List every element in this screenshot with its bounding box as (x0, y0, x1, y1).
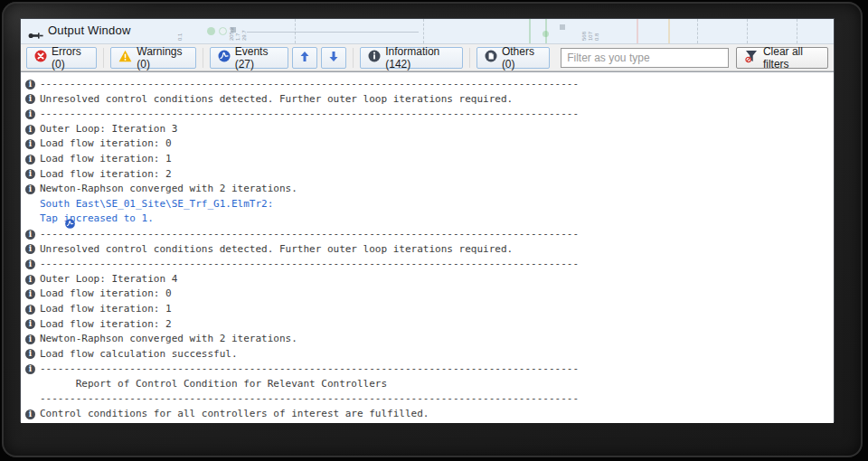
arrow-down-icon (328, 51, 339, 65)
log-line[interactable]: ----------------------------------------… (24, 107, 830, 122)
diagram-label: 0.1 (177, 33, 183, 41)
log-text: Newton-Raphson converged with 2 iteratio… (40, 332, 297, 347)
icon-spacer (25, 380, 35, 390)
info-icon (25, 259, 35, 269)
log-line[interactable]: ----------------------------------------… (24, 257, 830, 272)
log-line[interactable]: ----------------------------------------… (24, 362, 830, 377)
warnings-filter-label: Warnings (0) (137, 45, 188, 71)
log-text: Unresolved control conditions detected. … (40, 92, 513, 108)
diagram-label: 568 (581, 32, 587, 41)
diagram-line (637, 19, 638, 43)
log-text: ----------------------------------------… (40, 362, 579, 377)
info-icon (25, 184, 35, 194)
diagram-line (247, 32, 419, 33)
log-line[interactable]: Outer Loop: Iteration 4 (24, 272, 830, 287)
errors-filter-button[interactable]: Errors (0) (26, 47, 97, 69)
log-line[interactable]: Load flow calculation successful. (24, 347, 830, 362)
info-icon (25, 275, 35, 285)
info-icon (25, 289, 35, 299)
info-icon (25, 244, 35, 254)
clear-all-filters-button[interactable]: Clear all filters (736, 47, 828, 69)
log-line[interactable]: ----------------------------------------… (24, 227, 830, 242)
events-filter-button[interactable]: Events (27) (210, 47, 289, 69)
errors-filter-label: Errors (0) (52, 45, 89, 71)
log-text: ----------------------------------------… (40, 77, 579, 92)
log-line-event[interactable]: South East\SE_01_Site\SE_Trf_G1.ElmTr2: (24, 197, 830, 212)
diagram-line (668, 19, 670, 43)
log-line[interactable]: Newton-Raphson converged with 2 iteratio… (24, 182, 830, 197)
screenshot-background: 0.1 205.2 1.7 29.7 568 107 0.8 (0, 0, 868, 461)
titlebar[interactable]: 0.1 205.2 1.7 29.7 568 107 0.8 (21, 19, 834, 44)
toolbar-separator (203, 48, 203, 68)
log-text: South East\SE_01_Site\SE_Trf_G1.ElmTr2: (40, 197, 273, 212)
log-line[interactable]: Outer Loop: Iteration 3 (24, 122, 830, 137)
warnings-filter-button[interactable]: Warnings (0) (110, 47, 196, 69)
log-line[interactable]: Report of Control Condition for Relevant… (24, 377, 830, 392)
log-line[interactable]: ----------------------------------------… (24, 77, 830, 92)
log-text: Load flow iteration: 0 (40, 136, 172, 152)
diagram-dashed-line (797, 19, 797, 43)
log-line[interactable]: Load flow iteration: 1 (24, 152, 830, 167)
error-icon (34, 50, 47, 65)
log-line[interactable]: Unresolved control conditions detected. … (24, 92, 830, 108)
events-filter-label: Events (27) (235, 45, 281, 71)
log-text: Load flow iteration: 2 (40, 167, 172, 183)
info-icon (25, 305, 35, 315)
pin-icon[interactable] (28, 27, 43, 43)
information-filter-label: Information (142) (385, 45, 455, 71)
log-line[interactable]: Unresolved control conditions detected. … (24, 242, 830, 258)
diagram-node-icon (207, 27, 215, 35)
info-icon (25, 125, 35, 135)
info-icon (25, 169, 35, 179)
log-line[interactable]: Load flow iteration: 2 (24, 317, 830, 333)
information-filter-button[interactable]: Information (142) (360, 47, 463, 69)
log-text: ----------------------------------------… (40, 257, 579, 272)
diagram-label: 1.7 (235, 33, 241, 41)
others-icon (485, 50, 497, 65)
others-filter-label: Others (0) (502, 45, 542, 71)
log-line[interactable]: Load flow iteration: 0 (24, 287, 830, 302)
log-text: ----------------------------------------… (40, 107, 579, 122)
log-line[interactable]: ----------------------------------------… (24, 391, 830, 407)
info-icon (25, 94, 35, 104)
info-icon (25, 230, 35, 240)
log-line[interactable]: Load flow iteration: 0 (24, 136, 830, 152)
info-icon (25, 319, 35, 329)
diagram-dashed-line (697, 19, 698, 43)
info-icon (25, 80, 35, 89)
log-text: Unresolved control conditions detected. … (40, 242, 513, 258)
log-line[interactable]: Control conditions for all controllers o… (24, 407, 830, 422)
diagram-node-icon (542, 31, 549, 37)
log-text: Outer Loop: Iteration 4 (40, 272, 177, 287)
filter-input[interactable] (561, 48, 729, 68)
previous-message-button[interactable] (292, 47, 317, 69)
next-message-button[interactable] (321, 47, 346, 69)
info-icon (25, 139, 35, 149)
others-filter-button[interactable]: Others (0) (476, 47, 550, 69)
log-line-event[interactable]: Tap increased to 1. (24, 212, 830, 227)
log-text: ----------------------------------------… (40, 391, 579, 407)
diagram-label: 107 (588, 32, 593, 41)
log-text: Newton-Raphson converged with 2 iteratio… (40, 182, 297, 197)
log-text: Load flow calculation successful. (40, 347, 238, 362)
info-icon (25, 409, 35, 419)
diagram-dashed-line (747, 19, 748, 43)
log-text: Report of Control Condition for Relevant… (40, 377, 387, 392)
toolbar: Errors (0) Warnings (0) Events (27) (21, 44, 834, 71)
warning-icon (118, 50, 132, 65)
diagram-switch-icon (560, 24, 565, 30)
info-icon (25, 364, 35, 374)
log-text: Load flow iteration: 1 (40, 152, 172, 167)
toolbar-separator (469, 48, 470, 68)
toolbar-separator (103, 48, 104, 68)
diagram-label: 29.7 (241, 30, 247, 41)
log-line[interactable]: Load flow iteration: 1 (24, 302, 830, 317)
log-line[interactable]: Newton-Raphson converged with 2 iteratio… (24, 332, 830, 347)
icon-spacer (25, 214, 35, 224)
diagram-line (545, 19, 547, 43)
diagram-dashed-line (423, 19, 424, 43)
window-title: Output Window (48, 24, 130, 37)
diagram-line (529, 19, 531, 43)
log-line[interactable]: Load flow iteration: 2 (24, 167, 830, 183)
clear-all-filters-label: Clear all filters (763, 45, 820, 71)
